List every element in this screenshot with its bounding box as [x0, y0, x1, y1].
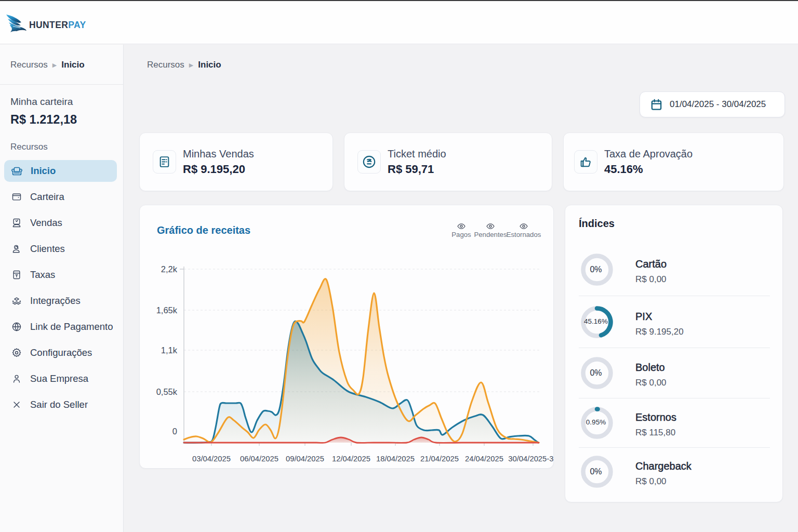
svg-text:0,55k: 0,55k: [156, 387, 178, 396]
svg-text:1,1k: 1,1k: [161, 345, 178, 355]
svg-text:30/04/2025-30: 30/04/2025-30: [508, 455, 553, 463]
svg-text:03/04/2025: 03/04/2025: [192, 455, 231, 463]
svg-text:12/04/2025: 12/04/2025: [332, 455, 370, 463]
svg-text:09/04/2025: 09/04/2025: [286, 455, 324, 463]
svg-text:1,65k: 1,65k: [156, 305, 178, 315]
svg-text:0: 0: [172, 427, 177, 436]
svg-text:06/04/2025: 06/04/2025: [240, 455, 278, 463]
svg-text:18/04/2025: 18/04/2025: [376, 455, 415, 463]
svg-text:21/04/2025: 21/04/2025: [420, 455, 459, 463]
svg-text:2,2k: 2,2k: [161, 264, 178, 274]
svg-text:24/04/2025: 24/04/2025: [465, 455, 503, 463]
